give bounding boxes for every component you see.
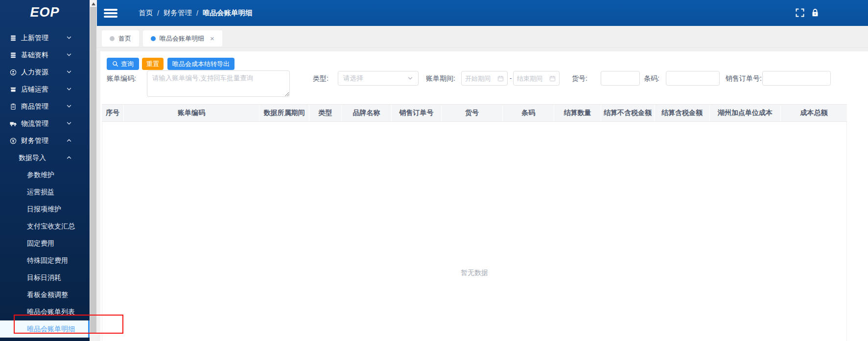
tab-label: 首页 [118, 34, 131, 43]
sidebar-subitem-param-maintain[interactable]: 参数维护 [0, 166, 90, 183]
subitem-label: 运营损益 [27, 188, 54, 197]
user-circle-icon [10, 69, 17, 76]
sidebar-item-new-product-mgmt[interactable]: 上新管理 [0, 29, 90, 46]
sidebar-subitem-daily-report-maintain[interactable]: 日报项维护 [0, 201, 90, 218]
calendar-icon [549, 75, 556, 82]
shop-icon [10, 86, 17, 93]
sidebar-item-label: 基础资料 [21, 51, 48, 60]
tab-vip-bill-detail[interactable]: 唯品会账单明细 × [143, 30, 222, 46]
sidebar-item-basic-data[interactable]: 基础资料 [0, 46, 90, 64]
col-barcode: 条码 [503, 105, 554, 121]
lock-icon[interactable] [811, 8, 819, 19]
search-button[interactable]: 查询 [107, 58, 139, 70]
bill-code-input[interactable] [147, 70, 290, 97]
sidebar-subitem-special-fixed-cost[interactable]: 特殊固定费用 [0, 252, 90, 269]
sidebar-group-label: 数据导入 [19, 154, 46, 162]
start-period-field[interactable] [465, 75, 497, 82]
col-total-cost: 成本总额 [781, 105, 847, 121]
sidebar-subitem-fixed-cost[interactable]: 固定费用 [0, 235, 90, 252]
sidebar-subitem-board-amount-adjust[interactable]: 看板金额调整 [0, 286, 90, 303]
bill-code-label: 账单编码: [107, 73, 136, 83]
breadcrumb: 首页 / 财务管理 / 唯品会账单明细 [139, 0, 253, 26]
tab-label: 唯品会账单明细 [160, 34, 204, 43]
search-button-label: 查询 [121, 60, 134, 68]
sidebar-item-shop-operation[interactable]: 店铺运营 [0, 81, 90, 98]
barcode-label: 条码: [644, 73, 659, 83]
search-icon [112, 61, 118, 67]
reset-button[interactable]: 重置 [142, 58, 164, 70]
chevron-down-icon [66, 69, 72, 75]
tab-close-icon[interactable]: × [210, 35, 214, 42]
subitem-label: 参数维护 [27, 171, 54, 180]
export-button-label: 唯品会成本结转导出 [172, 60, 230, 68]
chevron-up-icon [66, 155, 72, 160]
database-icon [10, 52, 17, 59]
sidebar-item-human-resources[interactable]: 人力资源 [0, 64, 90, 81]
col-seq-no: 序号 [102, 105, 124, 121]
type-select[interactable]: 请选择 [338, 71, 419, 86]
top-navbar: 首页 / 财务管理 / 唯品会账单明细 [97, 0, 868, 26]
sidebar-scrollbar[interactable] [90, 0, 97, 341]
scrollbar-thumb[interactable] [90, 7, 96, 333]
toolbar: 查询 重置 唯品会成本结转导出 [107, 58, 235, 70]
empty-state-text: 暂无数据 [102, 269, 846, 277]
item-no-label: 货号: [572, 73, 587, 83]
scroll-up-arrow-icon[interactable] [92, 2, 95, 5]
col-bill-code: 账单编码 [124, 105, 259, 121]
breadcrumb-home[interactable]: 首页 [139, 8, 153, 18]
sidebar-subitem-operating-pnl[interactable]: 运营损益 [0, 183, 90, 201]
subitem-label: 日报项维护 [27, 205, 61, 214]
sidebar-item-logistics-mgmt[interactable]: 物流管理 [0, 115, 90, 132]
sidebar-subitem-vip-bill-detail[interactable]: 唯品会账单明细 [0, 320, 90, 338]
sidebar-subitem-alipay-summary[interactable]: 支付宝收支汇总 [0, 218, 90, 235]
item-no-input[interactable] [601, 71, 640, 86]
sidebar-item-product-mgmt[interactable]: 商品管理 [0, 98, 90, 115]
chevron-down-icon [66, 52, 72, 58]
end-period-field[interactable] [517, 75, 549, 82]
chevron-down-icon [66, 35, 72, 41]
chevron-down-icon [66, 86, 72, 92]
sidebar-item-label: 店铺运营 [21, 85, 48, 94]
col-data-period: 数据所属期间 [259, 105, 309, 121]
table-header-row: 序号 账单编码 数据所属期间 类型 品牌名称 销售订单号 货号 条码 结算数量 … [102, 105, 847, 122]
finance-icon [10, 137, 17, 144]
sidebar: EOP 上新管理 基础资料 人力资源 店铺运营 商品管理 物流管理 财务管理 数… [0, 0, 90, 341]
sidebar-item-finance-mgmt[interactable]: 财务管理 [0, 132, 90, 149]
sidebar-group-data-import[interactable]: 数据导入 [0, 149, 90, 166]
vip-cost-export-button[interactable]: 唯品会成本结转导出 [167, 58, 235, 70]
sales-order-no-input[interactable] [762, 71, 831, 86]
sidebar-subitem-vip-bill-list[interactable]: 唯品会账单列表 [0, 303, 90, 320]
sidebar-subitem-target-daily-consume[interactable]: 目标日消耗 [0, 269, 90, 286]
col-brand-name: 品牌名称 [342, 105, 392, 121]
breadcrumb-separator: / [157, 9, 159, 17]
subitem-label: 唯品会账单明细 [27, 325, 75, 334]
sidebar-item-label: 商品管理 [21, 102, 48, 111]
tab-dot-icon [151, 36, 156, 41]
col-huzhou-unit-cost: 湖州加点单位成本 [710, 105, 781, 121]
subitem-label: 看板金额调整 [27, 291, 68, 299]
hamburger-menu-icon[interactable] [104, 9, 117, 18]
main-area: 首页 / 财务管理 / 唯品会账单明细 首页 唯品会账单明细 × [97, 0, 868, 341]
period-separator: - [510, 73, 512, 83]
tab-bar: 首页 唯品会账单明细 × [97, 26, 868, 48]
tab-home[interactable]: 首页 [102, 30, 139, 46]
content-area: 查询 重置 唯品会成本结转导出 账单编码: 类型: 请选择 账单期间: [97, 48, 868, 341]
breadcrumb-current-page: 唯品会账单明细 [203, 8, 253, 18]
database-icon [10, 35, 17, 42]
subitem-label: 唯品会账单列表 [27, 308, 75, 317]
subitem-label: 支付宝收支汇总 [27, 222, 75, 231]
col-type: 类型 [309, 105, 342, 121]
col-settle-qty: 结算数量 [554, 105, 601, 121]
subitem-label: 目标日消耗 [27, 273, 61, 282]
breadcrumb-finance[interactable]: 财务管理 [164, 8, 192, 18]
sidebar-item-label: 物流管理 [21, 119, 48, 128]
reset-button-label: 重置 [146, 60, 159, 68]
sidebar-item-label: 上新管理 [21, 34, 48, 43]
sidebar-item-label: 财务管理 [21, 136, 48, 145]
bill-detail-table: 序号 账单编码 数据所属期间 类型 品牌名称 销售订单号 货号 条码 结算数量 … [102, 104, 847, 341]
start-period-input[interactable] [461, 71, 508, 86]
type-label: 类型: [313, 73, 328, 83]
end-period-input[interactable] [513, 71, 560, 86]
barcode-input[interactable] [666, 71, 720, 86]
fullscreen-icon[interactable] [796, 8, 804, 19]
